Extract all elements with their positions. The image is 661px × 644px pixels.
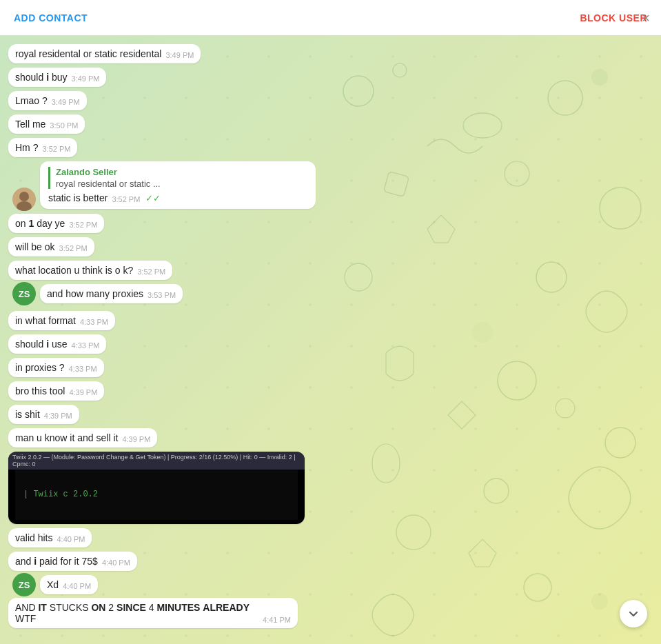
terminal-text: | Twiix c 2.0.2 <box>23 490 98 499</box>
msg-time-16: 4:39 PM <box>122 435 150 443</box>
msg-text-11: in what format <box>15 315 76 326</box>
msg-time-14: 4:39 PM <box>69 388 97 396</box>
quote-text: royal residental or static ... <box>56 179 307 189</box>
message-5: Hm ? 3:52 PM <box>8 138 653 161</box>
msg-text-16: man u know it and sell it <box>15 432 118 443</box>
msg-time-2: 3:49 PM <box>72 74 100 83</box>
bubble-1: royal residental or static residental 3:… <box>8 44 201 63</box>
msg-text-15: is shit <box>15 409 40 420</box>
bubble-10: and how many proxies 3:53 PM <box>40 284 183 303</box>
message-14: bro this tool 4:39 PM <box>8 381 653 404</box>
msg-time-10: 3:53 PM <box>148 291 176 299</box>
screenshot-image: Twiix 2.0.2 — (Module: Password Change &… <box>8 452 305 524</box>
quote-inner: Zalando Seller royal residental or stati… <box>48 167 307 189</box>
msg-time-15: 4:39 PM <box>44 412 72 420</box>
msg-text-14: bro this tool <box>15 385 65 396</box>
bubble-11: in what format 4:33 PM <box>8 311 115 330</box>
msg-time-8: 3:52 PM <box>59 244 88 252</box>
message-20: ZS Xd 4:40 PM <box>8 575 653 596</box>
msg-time-21: 4:41 PM <box>263 616 291 624</box>
scroll-to-bottom-button[interactable] <box>620 600 647 627</box>
msg-text-10: and how many proxies <box>47 288 143 299</box>
bubble-3: Lmao ? 3:49 PM <box>8 91 87 110</box>
svg-point-20 <box>19 192 29 201</box>
add-contact-button[interactable]: ADD CONTACT <box>14 12 88 23</box>
msg-time-4: 3:50 PM <box>50 121 78 130</box>
msg-text-19: and i paid for it 75$ <box>15 556 98 567</box>
msg-time-18: 4:40 PM <box>57 535 85 543</box>
message-13: in proxies ? 4:33 PM <box>8 358 653 381</box>
message-11: in what format 4:33 PM <box>8 311 653 334</box>
msg-text-18: valid hits <box>15 532 52 543</box>
bubble-16: man u know it and sell it 4:39 PM <box>8 428 157 447</box>
bubble-13: in proxies ? 4:33 PM <box>8 358 104 377</box>
msg-time-5: 3:52 PM <box>42 145 70 153</box>
msg-text-4: Tell me <box>15 119 45 130</box>
message-3: Lmao ? 3:49 PM <box>8 91 653 114</box>
message-8: will be ok 3:52 PM <box>8 237 653 260</box>
message-1: royal residental or static residental 3:… <box>8 44 653 67</box>
quote-main-text: static is better 3:52 PM ✓✓ <box>48 192 307 203</box>
screenshot-bubble-17: Twiix 2.0.2 — (Module: Password Change &… <box>8 452 305 524</box>
msg-time-12: 4:33 PM <box>72 341 100 350</box>
close-button[interactable]: × <box>642 10 650 26</box>
msg-text-20: Xd <box>47 579 59 590</box>
bubble-14: bro this tool 4:39 PM <box>8 381 104 401</box>
bubble-5: Hm ? 3:52 PM <box>8 138 77 157</box>
messages-container: royal residental or static residental 3:… <box>0 44 661 632</box>
chat-background: royal residental or static residental 3:… <box>0 36 661 644</box>
bubble-21: AND IT STUCKS ON 2 SINCE 4 MINUTES ALREA… <box>8 598 298 628</box>
msg-text-12: should i use <box>15 339 68 350</box>
message-6: Zalando Seller royal residental or stati… <box>8 161 653 211</box>
msg-time-19: 4:40 PM <box>102 559 130 567</box>
message-7: on 1 day ye 3:52 PM <box>8 214 653 237</box>
msg-text-9: what location u think is o k? <box>15 265 133 276</box>
static-is-better-text: static is better <box>48 192 108 203</box>
msg-text-2: should i buy <box>15 72 68 83</box>
msg-time-20: 4:40 PM <box>63 582 91 590</box>
msg-text-8: will be ok <box>15 241 55 252</box>
bubble-4: Tell me 3:50 PM <box>8 114 85 134</box>
message-12: should i use 4:33 PM <box>8 334 653 357</box>
bubble-8: will be ok 3:52 PM <box>8 237 94 256</box>
bubble-2: should i buy 3:49 PM <box>8 68 106 87</box>
avatar-zs-20: ZS <box>12 573 36 596</box>
msg-time-9: 3:52 PM <box>137 268 165 276</box>
msg-text-5: Hm ? <box>15 142 38 153</box>
double-tick-icon: ✓✓ <box>145 193 161 203</box>
bubble-15: is shit 4:39 PM <box>8 405 79 424</box>
bubble-12: should i use 4:33 PM <box>8 334 106 354</box>
quote-author: Zalando Seller <box>56 167 307 177</box>
message-21: AND IT STUCKS ON 2 SINCE 4 MINUTES ALREA… <box>8 598 653 632</box>
quote-bubble-6: Zalando Seller royal residental or stati… <box>40 161 316 209</box>
block-user-button[interactable]: BLOCK USER <box>580 12 647 23</box>
msg-time-1: 3:49 PM <box>165 51 194 59</box>
message-18: valid hits 4:40 PM <box>8 528 653 551</box>
bubble-7: on 1 day ye 3:52 PM <box>8 214 104 233</box>
bubble-19: and i paid for it 75$ 4:40 PM <box>8 552 137 571</box>
msg-text-13: in proxies ? <box>15 362 65 373</box>
msg-time-11: 4:33 PM <box>80 318 108 326</box>
avatar-photo <box>12 188 36 211</box>
bubble-9: what location u think is o k? 3:52 PM <box>8 261 172 280</box>
message-19: and i paid for it 75$ 4:40 PM <box>8 552 653 574</box>
msg-time-13: 4:33 PM <box>69 365 97 373</box>
msg-text-21: AND IT STUCKS ON 2 SINCE 4 MINUTES ALREA… <box>15 602 258 624</box>
message-16: man u know it and sell it 4:39 PM <box>8 428 653 451</box>
msg-text-7: on 1 day ye <box>15 218 65 229</box>
message-9: what location u think is o k? 3:52 PM <box>8 261 653 283</box>
message-2: should i buy 3:49 PM <box>8 68 653 90</box>
message-10: ZS and how many proxies 3:53 PM <box>8 284 653 305</box>
msg-text-3: Lmao ? <box>15 95 48 106</box>
screenshot-title: Twiix 2.0.2 — (Module: Password Change &… <box>8 452 305 470</box>
screenshot-terminal: | Twiix c 2.0.2 <box>15 468 298 520</box>
message-15: is shit 4:39 PM <box>8 405 653 427</box>
avatar-zs-10: ZS <box>12 282 36 305</box>
msg-time-3: 3:49 PM <box>52 98 80 106</box>
bubble-18: valid hits 4:40 PM <box>8 528 92 547</box>
bubble-20: Xd 4:40 PM <box>40 575 98 594</box>
msg-time-7: 3:52 PM <box>69 221 97 229</box>
msg-text-1: royal residental or static residental <box>15 48 161 59</box>
msg-time-6: 3:52 PM <box>112 195 140 203</box>
message-4: Tell me 3:50 PM <box>8 114 653 137</box>
